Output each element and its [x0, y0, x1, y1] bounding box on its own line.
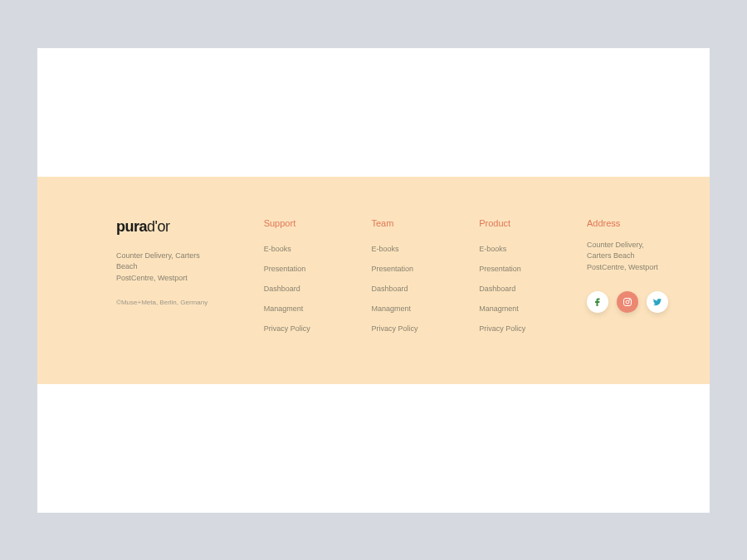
product-title: Product: [479, 218, 545, 228]
support-links: E-books Presentation Dashboard Managment…: [264, 240, 330, 334]
team-link-dashboard[interactable]: Dashboard: [371, 285, 408, 293]
team-link-presentation[interactable]: Presentation: [371, 265, 413, 273]
product-links: E-books Presentation Dashboard Managment…: [479, 240, 545, 334]
team-title: Team: [371, 218, 437, 228]
content-area: [37, 48, 710, 177]
brand-column: purad'or Counter Delivery, Carters Beach…: [116, 218, 222, 334]
product-link-management[interactable]: Managment: [479, 304, 519, 313]
team-link-ebooks[interactable]: E-books: [371, 245, 398, 253]
footer: purad'or Counter Delivery, Carters Beach…: [37, 177, 710, 384]
twitter-button[interactable]: [647, 291, 668, 313]
brand-address-line1: Counter Delivery, Carters Beach: [116, 251, 222, 273]
address-column: Address Counter Delivery, Carters Beach …: [587, 218, 668, 334]
team-link-privacy[interactable]: Privacy Policy: [371, 324, 417, 333]
brand-address-line2: PostCentre, Westport: [116, 273, 222, 285]
logo-text-bold: pura: [116, 218, 147, 235]
logo-text-light: d'or: [147, 218, 169, 235]
product-column: Product E-books Presentation Dashboard M…: [479, 218, 545, 334]
support-column: Support E-books Presentation Dashboard M…: [264, 218, 330, 334]
support-link-presentation[interactable]: Presentation: [264, 265, 306, 273]
facebook-button[interactable]: [587, 291, 608, 313]
svg-point-1: [626, 300, 629, 304]
brand-logo: purad'or: [116, 218, 222, 236]
team-link-management[interactable]: Managment: [371, 304, 411, 313]
support-link-dashboard[interactable]: Dashboard: [264, 285, 300, 293]
address-line2: PostCentre, Westport: [587, 262, 668, 274]
address-line1: Counter Delivery, Carters Beach: [587, 240, 668, 262]
copyright-text: ©Muse+Meta, Berlin, Germany: [116, 299, 222, 306]
product-link-presentation[interactable]: Presentation: [479, 265, 521, 273]
facebook-icon: [593, 297, 603, 307]
team-column: Team E-books Presentation Dashboard Mana…: [371, 218, 437, 334]
brand-address: Counter Delivery, Carters Beach PostCent…: [116, 251, 222, 285]
support-link-management[interactable]: Managment: [264, 304, 304, 313]
social-buttons: [587, 291, 668, 313]
below-footer-area: [37, 384, 710, 513]
instagram-icon: [622, 297, 632, 307]
instagram-button[interactable]: [617, 291, 638, 313]
page-container: purad'or Counter Delivery, Carters Beach…: [37, 48, 710, 513]
support-link-privacy[interactable]: Privacy Policy: [264, 324, 310, 333]
svg-point-2: [629, 299, 630, 300]
product-link-ebooks[interactable]: E-books: [479, 245, 506, 253]
address-title: Address: [587, 218, 668, 228]
support-title: Support: [264, 218, 330, 228]
support-link-ebooks[interactable]: E-books: [264, 245, 291, 253]
address-text: Counter Delivery, Carters Beach PostCent…: [587, 240, 668, 274]
twitter-icon: [652, 297, 662, 307]
product-link-privacy[interactable]: Privacy Policy: [479, 324, 525, 333]
team-links: E-books Presentation Dashboard Managment…: [371, 240, 437, 334]
product-link-dashboard[interactable]: Dashboard: [479, 285, 515, 293]
